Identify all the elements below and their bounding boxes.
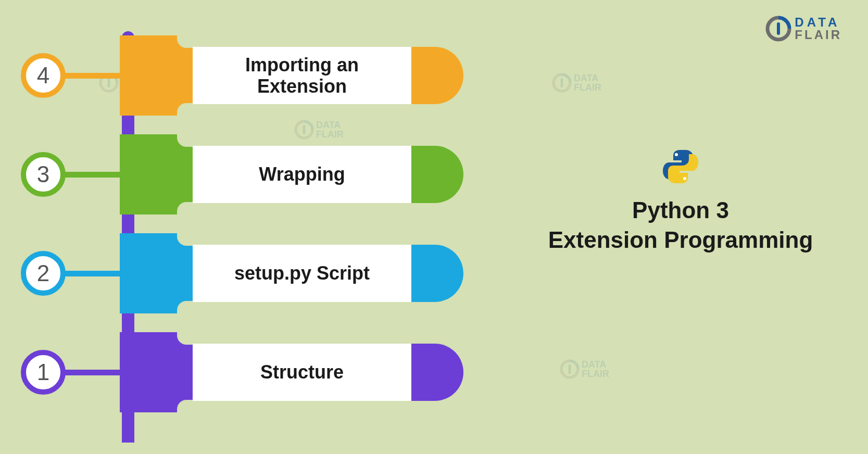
step-number: 2 xyxy=(37,260,49,286)
page-title: Python 3 Extension Programming xyxy=(535,195,826,255)
step-number-circle: 1 xyxy=(21,350,66,395)
step-notch xyxy=(177,133,213,147)
step-flag: Structure xyxy=(120,332,463,412)
step-connector xyxy=(62,73,130,79)
step-notch xyxy=(177,34,213,48)
title-block: Python 3 Extension Programming xyxy=(535,146,826,255)
svg-rect-3 xyxy=(561,78,563,87)
step-notch xyxy=(177,301,213,314)
step-flag-cap xyxy=(404,146,463,203)
step-label: Wrapping xyxy=(193,146,411,203)
step-label: setup.py Script xyxy=(193,245,411,302)
brand-logo-icon xyxy=(765,16,791,42)
step-number: 1 xyxy=(37,359,49,385)
svg-point-6 xyxy=(675,153,678,156)
step-number: 4 xyxy=(37,62,49,89)
svg-rect-2 xyxy=(303,125,306,134)
brand-logo-text: DATA FLAIR xyxy=(795,16,842,41)
step-connector xyxy=(62,271,130,276)
python-icon xyxy=(660,146,701,187)
step-connector xyxy=(62,370,130,375)
step-notch xyxy=(177,331,213,345)
brand-name-bottom: FLAIR xyxy=(795,29,842,41)
svg-rect-1 xyxy=(108,78,110,87)
step-number-circle: 4 xyxy=(21,53,66,98)
title-line-2: Extension Programming xyxy=(535,225,826,255)
step-notch xyxy=(177,202,213,216)
step-connector xyxy=(62,172,130,178)
step-flag-cap xyxy=(404,245,463,302)
step-notch xyxy=(177,103,213,117)
watermark-icon: DATAFLAIR xyxy=(560,359,609,379)
step-flag: Importing an Extension xyxy=(120,35,463,116)
step-flag-cap xyxy=(404,47,463,104)
step-flag: setup.py Script xyxy=(120,233,463,313)
svg-rect-0 xyxy=(777,22,780,35)
step-label: Importing an Extension xyxy=(193,47,411,104)
step-number-circle: 2 xyxy=(21,251,66,296)
title-line-1: Python 3 xyxy=(535,195,826,225)
step-number-circle: 3 xyxy=(21,152,66,197)
brand-logo: DATA FLAIR xyxy=(765,16,842,42)
step-flag: Wrapping xyxy=(120,134,463,215)
step-notch xyxy=(177,232,213,246)
svg-rect-5 xyxy=(569,364,571,374)
brand-name-top: DATA xyxy=(795,16,842,29)
svg-point-7 xyxy=(683,177,686,180)
step-number: 3 xyxy=(37,161,49,187)
watermark-icon: DATAFLAIR xyxy=(552,73,601,93)
step-flag-cap xyxy=(404,344,463,401)
step-label: Structure xyxy=(193,344,411,401)
step-notch xyxy=(177,400,213,413)
